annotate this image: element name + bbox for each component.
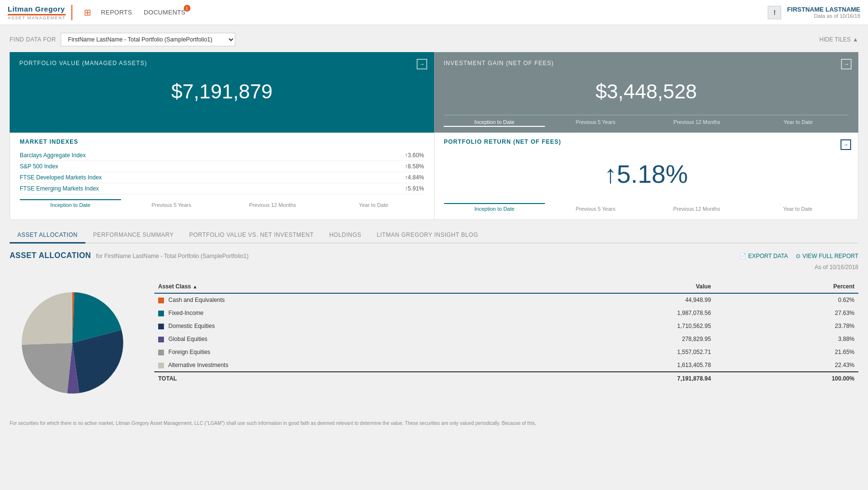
view-full-report-button[interactable]: ⊙ VIEW FULL REPORT	[796, 253, 858, 259]
top-tiles: PORTFOLIO VALUE (MANAGED ASSETS) → $7,19…	[10, 52, 858, 133]
total-percent: 100.00%	[715, 372, 858, 385]
color-swatch-4	[158, 350, 164, 355]
color-swatch-0	[158, 298, 164, 303]
main-content: FIND DATA FOR FirstName LastName - Total…	[0, 25, 868, 435]
portfolio-select[interactable]: FirstName LastName - Total Portfolio (Sa…	[61, 33, 235, 46]
table-row: Global Equities 278,829.95 3.88%	[154, 333, 858, 346]
table-row: Alternative Investments 1,613,405.78 22.…	[154, 359, 858, 372]
portfolio-tile-arrow[interactable]: →	[417, 59, 427, 69]
row-name-2: Domestic Equities	[154, 320, 520, 333]
section-title-area: ASSET ALLOCATION for FirstName LastName …	[10, 251, 248, 260]
row-name-1: Fixed-Income	[154, 307, 520, 320]
portfolio-value-tile: PORTFOLIO VALUE (MANAGED ASSETS) → $7,19…	[10, 52, 434, 133]
row-percent-3: 3.88%	[715, 333, 858, 346]
investment-tab-1[interactable]: Previous 5 Years	[545, 118, 646, 127]
market-indexes-tile: MARKET INDEXES Barclays Aggregate Index …	[10, 133, 434, 220]
total-label: TOTAL	[154, 372, 520, 385]
asset-name-3: Global Equities	[168, 336, 207, 342]
user-date: Data as of 10/16/18	[787, 13, 860, 19]
market-tab-3[interactable]: Year to Date	[323, 199, 424, 210]
asset-name-0: Cash and Equivalents	[168, 297, 225, 303]
chart-area: Asset Class ▲ Value Percent Cash and Equ…	[10, 280, 858, 406]
documents-badge: 1	[184, 5, 190, 12]
pie-slices	[22, 292, 123, 394]
find-label: FIND DATA FOR	[10, 36, 56, 43]
market-value-1: ↑8.58%	[405, 163, 424, 170]
find-data-row: FIND DATA FOR FirstName LastName - Total…	[10, 33, 858, 46]
footer-text: For securities for which there is no act…	[10, 420, 858, 427]
portfolio-tile-value: $7,191,879	[19, 70, 424, 113]
market-row-1: S&P 500 Index ↑8.58%	[20, 161, 424, 172]
row-name-4: Foreign Equities	[154, 346, 520, 359]
tab-asset-allocation[interactable]: ASSET ALLOCATION	[10, 228, 85, 244]
market-value-0: ↑3.60%	[405, 152, 424, 159]
portfolio-return-tile: PORTFOLIO RETURN (NET OF FEES) → ↑5.18% …	[434, 133, 859, 220]
return-tab-3[interactable]: Year to Date	[747, 203, 848, 214]
export-data-button[interactable]: 📄 EXPORT DATA	[739, 253, 788, 259]
row-percent-1: 27.63%	[715, 307, 858, 320]
alert-icon[interactable]: !	[768, 6, 781, 19]
pie-chart	[10, 280, 135, 406]
hide-tiles-button[interactable]: HIDE TILES ▲	[819, 36, 858, 43]
investment-tile-tabs: Inception to Date Previous 5 Years Previ…	[444, 115, 849, 127]
return-tabs: Inception to Date Previous 5 Years Previ…	[444, 203, 849, 214]
color-swatch-1	[158, 311, 164, 316]
pie-slice-foreign	[22, 343, 72, 393]
color-swatch-5	[158, 363, 164, 368]
asset-name-4: Foreign Equities	[168, 349, 210, 355]
table-row: Fixed-Income 1,987,078.56 27.63%	[154, 307, 858, 320]
return-tab-1[interactable]: Previous 5 Years	[545, 203, 646, 214]
row-value-1: 1,987,078.56	[520, 307, 715, 320]
sort-icon: ▲	[192, 284, 197, 289]
market-tab-2[interactable]: Previous 12 Months	[222, 199, 323, 210]
market-value-2: ↑4.84%	[405, 174, 424, 181]
investment-tab-2[interactable]: Previous 12 Months	[646, 118, 747, 127]
col-header-asset[interactable]: Asset Class ▲	[154, 280, 520, 293]
investment-tab-3[interactable]: Year to Date	[747, 118, 849, 127]
second-tiles: MARKET INDEXES Barclays Aggregate Index …	[10, 133, 858, 220]
portfolio-return-arrow[interactable]: →	[841, 139, 851, 150]
asset-name-1: Fixed-Income	[168, 310, 203, 316]
market-tab-0[interactable]: Inception to Date	[20, 199, 121, 210]
row-name-3: Global Equities	[154, 333, 520, 346]
tab-performance-summary[interactable]: PERFORMANCE SUMMARY	[85, 228, 181, 243]
row-value-2: 1,710,562.95	[520, 320, 715, 333]
color-swatch-3	[158, 337, 164, 342]
col-header-value: Value	[520, 280, 715, 293]
row-value-3: 278,829.95	[520, 333, 715, 346]
col-header-percent: Percent	[715, 280, 858, 293]
user-name: FIRSTNAME LASTNAME	[787, 6, 860, 13]
market-tabs: Inception to Date Previous 5 Years Previ…	[20, 199, 424, 210]
row-value-0: 44,948.99	[520, 293, 715, 307]
portfolio-return-value: ↑5.18%	[444, 150, 849, 198]
grid-icon[interactable]: ⊞	[84, 7, 91, 18]
row-value-4: 1,557,052.71	[520, 346, 715, 359]
row-percent-0: 0.62%	[715, 293, 858, 307]
pie-slice-alternative	[22, 292, 72, 345]
table-row: Cash and Equivalents 44,948.99 0.62%	[154, 293, 858, 307]
investment-tile-value: $3,448,528	[444, 70, 849, 113]
investment-tile-title: INVESTMENT GAIN (NET OF FEES)	[444, 60, 849, 67]
tab-portfolio-value[interactable]: PORTFOLIO VALUE VS. NET INVESTMENT	[181, 228, 321, 243]
logo-area: Litman Gregory ASSET MANAGEMENT	[8, 5, 72, 20]
tab-insight-blog[interactable]: LITMAN GREGORY INSIGHT BLOG	[369, 228, 486, 243]
logo-name: Litman Gregory	[8, 5, 66, 13]
investment-tile-arrow[interactable]: →	[841, 59, 852, 69]
return-tab-2[interactable]: Previous 12 Months	[646, 203, 747, 214]
asset-allocation-section: ASSET ALLOCATION for FirstName LastName …	[10, 251, 858, 406]
total-value: 7,191,878.94	[520, 372, 715, 385]
tab-holdings[interactable]: HOLDINGS	[322, 228, 369, 243]
nav-documents[interactable]: DOCUMENTS 1	[144, 9, 185, 16]
table-row: Domestic Equities 1,710,562.95 23.78%	[154, 320, 858, 333]
row-percent-4: 21.65%	[715, 346, 858, 359]
nav-reports[interactable]: REPORTS	[101, 9, 132, 16]
row-value-5: 1,613,405.78	[520, 359, 715, 372]
market-tab-1[interactable]: Previous 5 Years	[121, 199, 222, 210]
row-percent-5: 22.43%	[715, 359, 858, 372]
return-tab-0[interactable]: Inception to Date	[444, 203, 545, 214]
header: Litman Gregory ASSET MANAGEMENT ⊞ REPORT…	[0, 0, 868, 25]
section-actions: 📄 EXPORT DATA ⊙ VIEW FULL REPORT	[739, 253, 859, 259]
investment-tab-0[interactable]: Inception to Date	[444, 118, 545, 127]
investment-gain-tile: INVESTMENT GAIN (NET OF FEES) → $3,448,5…	[434, 52, 858, 133]
allocation-table: Asset Class ▲ Value Percent Cash and Equ…	[154, 280, 858, 385]
